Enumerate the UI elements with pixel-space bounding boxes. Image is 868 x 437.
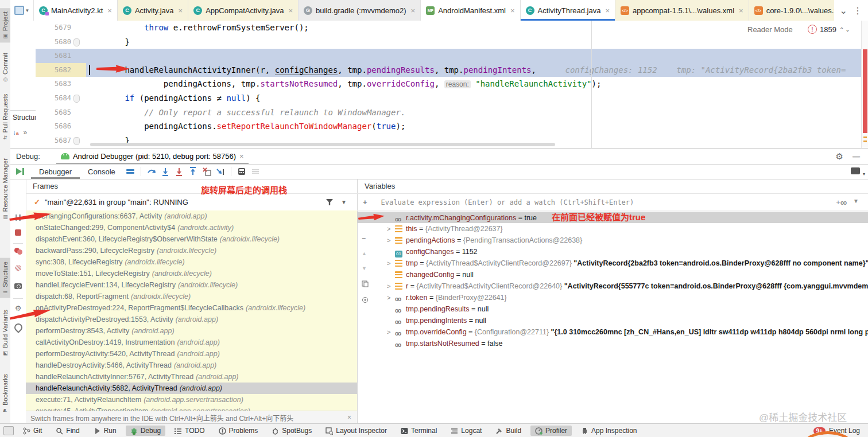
evaluate-expression-row[interactable]: + Evaluate expression (Enter) or add a w… [357, 194, 868, 211]
tab-options-button[interactable]: ▼ [10, 0, 34, 21]
tab-build-gradle-mvvmdemo2-[interactable]: Gbuild.gradle (:mvvmdemo2)× [299, 0, 421, 21]
frame-row[interactable]: dispatchEvent:360, LifecycleRegistry$Obs… [26, 233, 357, 245]
add-watch-icon[interactable]: +oo [836, 198, 846, 206]
statusbar-item-find[interactable]: Find [51, 426, 84, 436]
expand-chevron-icon[interactable]: > [387, 280, 395, 292]
step-out-icon[interactable] [186, 165, 200, 178]
error-stripe-marker[interactable] [863, 49, 867, 133]
tab-activitythread-java[interactable]: CActivityThread.java× [521, 0, 615, 21]
filter-funnel-icon[interactable] [326, 199, 333, 205]
thread-dropdown-icon[interactable]: ▼ [341, 199, 347, 205]
trace-settings-icon[interactable] [249, 165, 262, 178]
frame-row[interactable]: performDestroy:8543, Activity(android.ap… [26, 325, 357, 337]
gear-icon[interactable]: ⚙ [836, 151, 843, 162]
frame-row[interactable]: isChangingConfigurations:6637, Activity(… [26, 210, 357, 222]
step-over-icon[interactable] [145, 165, 158, 178]
tabs-kebab-icon[interactable]: ⋮ [853, 5, 862, 16]
inspection-widget[interactable]: ! 1859 ⌃⌄ [808, 25, 851, 34]
view-breakpoints-icon[interactable] [10, 248, 26, 255]
statusbar-item-logcat[interactable]: Logcat [446, 426, 486, 436]
statusbar-item-spotbugs[interactable]: SpotBugs [267, 426, 316, 436]
close-icon[interactable]: × [289, 6, 293, 15]
statusbar-item-debug[interactable]: Debug [126, 426, 165, 436]
gutter-fold-pin-icon[interactable] [73, 38, 80, 46]
restore-layout-icon[interactable] [851, 167, 860, 176]
close-icon[interactable]: × [347, 413, 351, 422]
line-number[interactable]: 5681 [36, 49, 86, 63]
pin-icon[interactable] [10, 323, 26, 331]
statusbar-item-todo[interactable]: TODO [170, 426, 209, 436]
stripe-item-commit[interactable]: ◎Commit [0, 49, 10, 86]
frame-row[interactable]: dispatch:68, ReportFragment(androidx.lif… [26, 291, 357, 302]
reader-mode-toggle[interactable]: Reader Mode [747, 25, 793, 34]
variable-row[interactable]: ootmp.startsNotResumed = false [357, 338, 868, 349]
stop-icon[interactable] [10, 229, 26, 236]
debugger-tab-debugger[interactable]: Debugger [31, 164, 80, 179]
watch-dropdown-icon[interactable]: ▼ [853, 198, 859, 206]
frame-row[interactable]: onStateChanged:299, ComponentActivity$4(… [26, 222, 357, 233]
run-to-cursor-icon[interactable] [214, 165, 227, 178]
close-icon[interactable]: × [239, 152, 244, 161]
tabs-chevron-icon[interactable]: ⌄ [840, 5, 847, 16]
statusbar-item-terminal[interactable]: Terminal [396, 426, 441, 436]
variable-row[interactable]: >this = {ActivityThread@22637} [357, 223, 868, 235]
step-into-icon[interactable] [158, 165, 172, 178]
tab-activity-java[interactable]: CActivity.java× [118, 0, 188, 21]
frame-row[interactable]: handleLifecycleEvent:134, LifecycleRegis… [26, 279, 357, 291]
variable-row[interactable]: oor.activity.mChangingConfigurations = t… [357, 212, 868, 223]
frame-row[interactable]: moveToState:151, LifecycleRegistry(andro… [26, 268, 357, 279]
stripe-item-pull-requests[interactable]: ⇵Pull Requests [0, 91, 10, 143]
close-icon[interactable]: × [107, 6, 112, 15]
stripe-item-bookmarks[interactable]: ⚑Bookmarks [0, 370, 10, 417]
frame-row[interactable]: dispatchActivityPreDestroyed:1553, Activ… [26, 314, 357, 325]
line-number[interactable]: 5685 [36, 106, 86, 120]
frame-row[interactable]: handleDestroyActivity:5466, ActivityThre… [26, 360, 357, 371]
warning-stripe-marker[interactable] [863, 136, 867, 138]
expand-chevron-icon[interactable]: > [387, 235, 395, 246]
statusbar-item-problems[interactable]: Problems [214, 426, 263, 436]
line-number[interactable]: 5683 [36, 77, 86, 91]
tab-appcompatactivity-java[interactable]: CAppCompatActivity.java× [188, 0, 299, 21]
settings-gear-icon[interactable]: ⚙ [10, 304, 26, 313]
sort-icon[interactable]: ↓a [13, 128, 18, 136]
close-icon[interactable]: × [510, 6, 515, 15]
warning-stripe-marker[interactable] [863, 141, 867, 142]
variable-row[interactable]: ootmp.pendingResults = null [357, 303, 868, 315]
minimize-icon[interactable]: — [852, 152, 860, 161]
line-number[interactable]: 5686 [36, 119, 86, 134]
close-icon[interactable]: × [411, 6, 416, 15]
frame-row[interactable]: handleRelaunchActivity:5682, ActivityThr… [26, 383, 357, 394]
frame-row[interactable]: sync:308, LifecycleRegistry(androidx.lif… [26, 256, 357, 268]
debugger-tab-console[interactable]: Console [80, 164, 123, 179]
close-icon[interactable]: × [179, 6, 183, 15]
variable-row[interactable]: >r = {ActivityThread$ActivityClientRecor… [357, 280, 868, 292]
variable-row[interactable]: >oor.token = {BinderProxy@22641} [357, 292, 868, 303]
statusbar-item-layout-inspector[interactable]: Layout Inspector [321, 426, 392, 436]
variable-row[interactable]: >pendingActions = {PendingTransactionAct… [357, 235, 868, 246]
expand-chevron-icon[interactable]: > [387, 326, 395, 338]
add-icon[interactable]: + [363, 198, 367, 206]
gutter-fold-pin-icon[interactable] [73, 137, 80, 145]
statusbar-item-build[interactable]: Build [491, 426, 526, 436]
editor-error-stripe[interactable] [861, 21, 868, 148]
layout-settings-icon[interactable] [123, 165, 137, 178]
statusbar-item-app-inspection[interactable]: App Inspection [576, 426, 641, 436]
close-icon[interactable]: × [605, 6, 610, 15]
frame-row[interactable]: execute:71, ActivityRelaunchItem(android… [26, 394, 357, 405]
tab-appcompat-1-5-1-values-xml[interactable]: </>appcompat-1.5.1\...\values.xml× [615, 0, 749, 21]
expand-chevron-icon[interactable]: > [387, 292, 395, 303]
statusbar-item-run[interactable]: Run [89, 426, 121, 436]
line-number[interactable]: 5679 [36, 21, 86, 35]
tab-core-1-9-0-values-xml[interactable]: </>core-1.9.0\...\values.xml× [749, 0, 834, 21]
variable-row[interactable]: >tmp = {ActivityThread$ActivityClientRec… [357, 257, 868, 269]
expand-chevron-icon[interactable]: > [387, 257, 395, 269]
drop-frame-icon[interactable] [200, 165, 214, 178]
frame-row[interactable]: performDestroyActivity:5420, ActivityThr… [26, 348, 357, 360]
prev-next-error-icons[interactable]: ⌃⌄ [839, 26, 851, 33]
resume-button[interactable] [16, 168, 22, 175]
gutter-fold-pin-icon[interactable] [73, 95, 80, 103]
debug-session-tab[interactable]: Android Debugger (pid: 5210, debug port:… [56, 149, 249, 164]
thread-dump-camera-icon[interactable] [10, 283, 26, 289]
frame-row[interactable]: handleRelaunchActivityInner:5767, Activi… [26, 371, 357, 383]
evaluate-expression-icon[interactable] [235, 165, 249, 178]
